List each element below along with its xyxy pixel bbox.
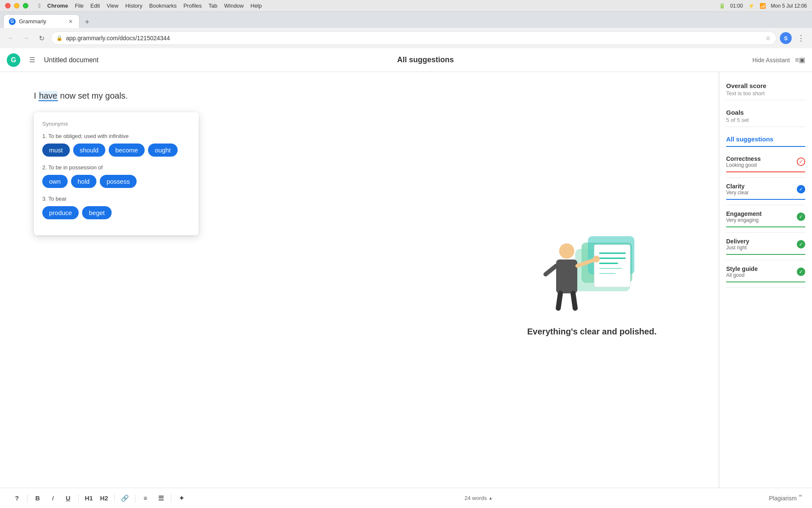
minimize-window-button[interactable]: [14, 3, 19, 8]
hide-assistant-button[interactable]: Hide Assistant: [752, 57, 790, 64]
address-bar: ← → ↻ 🔒 app.grammarly.com/ddocs/12150243…: [0, 28, 812, 48]
menu-help[interactable]: Help: [250, 3, 262, 9]
goals-divider: [726, 127, 805, 127]
h1-button[interactable]: H1: [82, 491, 96, 505]
synonym-possess[interactable]: possess: [100, 175, 137, 188]
toolbar-sep-5: [171, 494, 171, 502]
menu-file[interactable]: File: [75, 3, 84, 9]
tab-close-button[interactable]: ✕: [67, 18, 74, 25]
synonym-tags-2: own hold possess: [42, 175, 190, 188]
metric-style-guide-name-wrap: Style guide All good: [726, 265, 758, 278]
plagiarism-button[interactable]: Plagiarism ": [769, 494, 802, 502]
synonym-ought[interactable]: ought: [148, 144, 178, 157]
menu-history[interactable]: History: [125, 3, 142, 9]
style-guide-icon: ✓: [797, 268, 805, 276]
correctness-icon: ✓: [797, 157, 805, 166]
metric-style-guide[interactable]: Style guide All good ✓: [726, 260, 805, 288]
menu-apple[interactable]: : [38, 3, 41, 9]
overall-score-title: Overall score: [726, 82, 805, 89]
svg-line-11: [546, 266, 556, 274]
toolbar-sep-4: [135, 494, 135, 502]
menu-edit[interactable]: Edit: [91, 3, 100, 9]
menu-tab[interactable]: Tab: [208, 3, 217, 9]
browser-menu-button[interactable]: ⋮: [795, 32, 807, 44]
underline-button[interactable]: U: [61, 491, 75, 505]
reload-button[interactable]: ↻: [36, 32, 47, 44]
italic-button[interactable]: I: [46, 491, 60, 505]
lock-icon: 🔒: [56, 35, 63, 41]
os-menu-bar:  Chrome File Edit View History Bookmark…: [38, 3, 262, 9]
toolbar-sep-1: [27, 494, 27, 502]
synonym-own[interactable]: own: [42, 175, 68, 188]
metric-engagement-name: Engagement: [726, 210, 762, 217]
synonym-become[interactable]: become: [109, 144, 145, 157]
document-title[interactable]: Untitled document: [44, 56, 99, 64]
metric-engagement[interactable]: Engagement Very engaging ✓: [726, 205, 805, 233]
forward-button[interactable]: →: [20, 32, 32, 44]
traffic-lights: [5, 3, 28, 8]
svg-point-9: [559, 243, 574, 259]
metric-delivery[interactable]: Delivery Just right ✓: [726, 233, 805, 260]
metric-correctness[interactable]: Correctness Looking good ✓: [726, 150, 805, 178]
app-header: G ☰ Untitled document All suggestions Hi…: [0, 48, 812, 72]
bookmark-icon[interactable]: ☆: [765, 35, 771, 41]
metric-correctness-name: Correctness: [726, 155, 761, 162]
titlebar:  Chrome File Edit View History Bookmark…: [0, 0, 812, 12]
logo-letter: G: [11, 56, 16, 64]
unordered-list-button[interactable]: ☰: [154, 491, 167, 505]
overall-score-subtitle: Text is too short: [726, 90, 805, 97]
metric-clarity[interactable]: Clarity Very clear ✓: [726, 178, 805, 205]
maximize-window-button[interactable]: [23, 3, 28, 8]
style-guide-divider: [726, 282, 805, 282]
close-window-button[interactable]: [5, 3, 11, 8]
editor-area[interactable]: I have now set my goals. Synonyms 1. To …: [0, 72, 465, 488]
url-bar[interactable]: 🔒 app.grammarly.com/ddocs/1215024344 ☆: [51, 31, 776, 45]
right-sidebar: Overall score Text is too short Goals 5 …: [719, 72, 812, 488]
url-text: app.grammarly.com/ddocs/1215024344: [66, 35, 762, 41]
synonym-should[interactable]: should: [73, 144, 105, 157]
synonym-must[interactable]: must: [42, 144, 70, 157]
synonym-beget[interactable]: beget: [82, 206, 112, 219]
metric-engagement-value: Very engaging: [726, 217, 762, 223]
menu-chrome[interactable]: Chrome: [47, 3, 68, 9]
grammarly-logo: G: [7, 53, 20, 67]
bold-button[interactable]: B: [31, 491, 44, 505]
h2-button[interactable]: H2: [97, 491, 111, 505]
profile-button[interactable]: S: [780, 32, 792, 44]
metric-correctness-header: Correctness Looking good ✓: [726, 155, 805, 168]
center-panel: Everything's clear and polished.: [465, 72, 719, 488]
clarity-icon: ✓: [797, 185, 805, 193]
quote-icon: ": [799, 494, 802, 502]
word-count-text: 24 words: [464, 495, 487, 501]
menu-view[interactable]: View: [107, 3, 118, 9]
synonyms-title: Synonyms: [42, 121, 190, 127]
new-tab-button[interactable]: +: [81, 16, 93, 28]
highlighted-word[interactable]: have: [38, 91, 58, 101]
view-toggle[interactable]: ≡▣: [795, 56, 805, 64]
menu-window[interactable]: Window: [224, 3, 244, 9]
all-suggestions-item[interactable]: All suggestions: [726, 135, 805, 147]
ordered-list-button[interactable]: ≡: [139, 491, 152, 505]
metric-correctness-name-wrap: Correctness Looking good: [726, 155, 761, 168]
menu-hamburger-button[interactable]: ☰: [25, 53, 39, 67]
bottom-toolbar: ? B I U H1 H2 🔗 ≡ ☰ ✦ 24 words ▲ Plagiar…: [0, 488, 812, 508]
wifi-icon: 📶: [760, 3, 766, 9]
plagiarism-label: Plagiarism: [769, 495, 796, 502]
menu-bookmarks[interactable]: Bookmarks: [149, 3, 177, 9]
metric-clarity-value: Very clear: [726, 190, 749, 196]
help-button[interactable]: ?: [10, 491, 24, 505]
word-count[interactable]: 24 words ▲: [464, 495, 493, 501]
format-button[interactable]: ✦: [175, 491, 188, 505]
link-button[interactable]: 🔗: [118, 491, 132, 505]
synonym-produce[interactable]: produce: [42, 206, 79, 219]
menu-profiles[interactable]: Profiles: [184, 3, 202, 9]
metric-style-guide-header: Style guide All good ✓: [726, 265, 805, 278]
browser-tab-grammarly[interactable]: G Grammarly ✕: [3, 14, 80, 28]
all-suggestions-header: All suggestions: [397, 55, 454, 64]
clarity-divider: [726, 199, 805, 200]
synonym-hold[interactable]: hold: [71, 175, 96, 188]
metric-style-guide-value: All good: [726, 272, 758, 278]
editor-text[interactable]: I have now set my goals.: [34, 89, 431, 102]
synonym-group-1: 1. To be obliged; used with infinitive m…: [42, 133, 190, 157]
back-button[interactable]: ←: [5, 32, 17, 44]
